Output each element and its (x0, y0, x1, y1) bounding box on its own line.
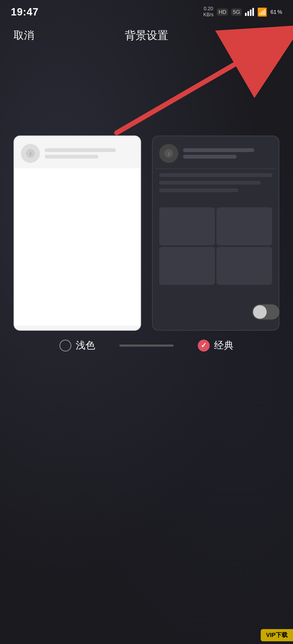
vip-badge-text: VIP下载 (266, 631, 288, 639)
light-card-body (14, 168, 140, 326)
auto-switch-label: 自动切换 (14, 305, 57, 320)
classic-theme-card[interactable]: ♪ (152, 136, 279, 331)
grid-cell-3 (159, 247, 215, 285)
signal-bars-icon (245, 8, 254, 16)
classic-theme-text: 经典 (214, 339, 234, 352)
tiktok-logo-dark: ♪ (164, 149, 174, 158)
grid-cell-4 (216, 247, 272, 285)
dark-card-header: ♪ (153, 136, 279, 168)
classic-theme-label: 经典 (198, 339, 234, 352)
light-line-2 (45, 155, 98, 159)
dark-line-1 (183, 148, 254, 152)
dark-card-grid (153, 203, 279, 289)
light-theme-text: 浅色 (76, 339, 95, 352)
wifi-icon: 📶 (257, 7, 267, 17)
hd-badge: HD (217, 8, 228, 16)
tiktok-logo-light: ♪ (26, 149, 35, 158)
auto-switch-toggle[interactable] (252, 304, 279, 320)
confirm-button[interactable]: 确认 (259, 28, 279, 42)
page-title: 背景设置 (125, 28, 168, 43)
light-card-header: ♪ (14, 136, 140, 168)
battery-icon: 61 % (270, 9, 282, 15)
home-indicator (119, 344, 174, 347)
light-header-lines (45, 148, 134, 159)
dark-avatar: ♪ (159, 144, 178, 163)
grid-cell-1 (159, 207, 215, 245)
auto-switch-row: 自动切换 (0, 304, 293, 320)
light-avatar: ♪ (21, 144, 40, 163)
grid-cell-2 (216, 207, 272, 245)
dark-card-body-lines (153, 169, 279, 200)
dark-line-2 (183, 155, 237, 159)
top-nav: 取消 背景设置 确认 (0, 22, 293, 49)
light-theme-card[interactable]: ♪ (14, 136, 141, 331)
toggle-knob (253, 305, 267, 319)
classic-radio[interactable] (198, 340, 210, 352)
status-time: 19:47 (11, 6, 39, 18)
classic-theme-option[interactable]: ♪ (152, 136, 279, 352)
light-theme-option[interactable]: ♪ 浅色 (14, 136, 141, 352)
vip-download-badge: VIP下载 (261, 629, 293, 641)
light-line-1 (45, 148, 116, 152)
cancel-button[interactable]: 取消 (14, 28, 34, 42)
svg-text:♪: ♪ (29, 150, 32, 156)
svg-text:♪: ♪ (167, 150, 170, 156)
light-theme-label: 浅色 (59, 339, 95, 352)
5g-badge: 5G (231, 8, 242, 16)
light-radio[interactable] (59, 340, 71, 352)
dark-header-lines (183, 148, 272, 159)
status-bar: 19:47 0.20 KB/s HD 5G 📶 61 % (0, 0, 293, 22)
network-speed: 0.20 KB/s (203, 6, 214, 18)
status-icons: 0.20 KB/s HD 5G 📶 61 % (203, 6, 282, 18)
